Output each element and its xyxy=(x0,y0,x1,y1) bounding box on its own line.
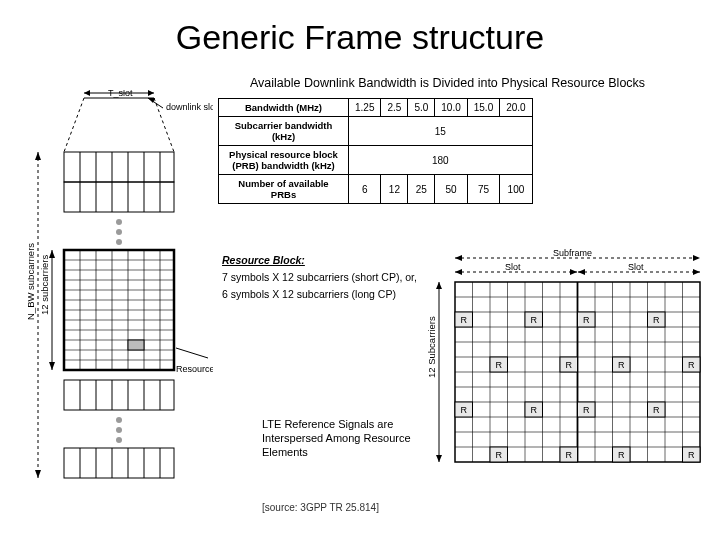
svg-marker-82 xyxy=(578,269,585,275)
svg-marker-144 xyxy=(436,455,442,462)
svg-point-55 xyxy=(116,417,122,423)
subframe-figure: Subframe Slot Slot RRRRRRRRRRRRRRRR 12 S… xyxy=(425,248,710,476)
rb-line2: 6 symbols X 12 subcarriers (long CP) xyxy=(222,286,417,303)
cell: 15.0 xyxy=(467,99,499,117)
svg-text:12 Subcarriers: 12 Subcarriers xyxy=(426,316,437,378)
cell: 5.0 xyxy=(408,99,435,117)
svg-point-24 xyxy=(116,219,122,225)
svg-marker-74 xyxy=(455,255,462,261)
svg-text:12 subcarriers: 12 subcarriers xyxy=(39,255,50,315)
cell: 10.0 xyxy=(435,99,467,117)
svg-text:Slot: Slot xyxy=(505,262,521,272)
resource-block-figure: T_slot downlink slot xyxy=(28,90,213,510)
cell: 20.0 xyxy=(500,99,532,117)
svg-text:R: R xyxy=(496,360,503,370)
table-row: Subcarrier bandwidth (kHz) 15 xyxy=(219,117,533,146)
row-label: Subcarrier bandwidth (kHz) xyxy=(219,117,349,146)
svg-text:R: R xyxy=(583,315,590,325)
svg-text:R: R xyxy=(653,315,660,325)
page-title: Generic Frame structure xyxy=(0,0,720,65)
svg-marker-75 xyxy=(693,255,700,261)
svg-text:R: R xyxy=(583,405,590,415)
svg-text:downlink slot: downlink slot xyxy=(166,102,213,112)
svg-text:R: R xyxy=(618,360,625,370)
row-label: Bandwidth (MHz) xyxy=(219,99,349,117)
svg-text:Resource Element: Resource Element xyxy=(176,364,213,374)
svg-marker-143 xyxy=(436,282,442,289)
row-label: Number of available PRBs xyxy=(219,175,349,204)
cell: 12 xyxy=(381,175,408,204)
svg-point-26 xyxy=(116,239,122,245)
lte-caption: LTE Reference Signals are Interspersed A… xyxy=(262,418,412,459)
table-row: Bandwidth (MHz) 1.25 2.5 5.0 10.0 15.0 2… xyxy=(219,99,533,117)
svg-text:R: R xyxy=(688,360,695,370)
svg-line-1 xyxy=(64,98,84,152)
svg-text:R: R xyxy=(653,405,660,415)
svg-marker-83 xyxy=(693,269,700,275)
svg-text:R: R xyxy=(531,405,538,415)
rb-line1: 7 symbols X 12 subcarriers (short CP), o… xyxy=(222,269,417,286)
svg-point-25 xyxy=(116,229,122,235)
cell: 1.25 xyxy=(349,99,381,117)
svg-point-56 xyxy=(116,427,122,433)
cell: 15 xyxy=(349,117,533,146)
svg-marker-4 xyxy=(84,90,90,96)
cell: 100 xyxy=(500,175,532,204)
cell: 6 xyxy=(349,175,381,204)
svg-text:R: R xyxy=(461,315,468,325)
cell: 75 xyxy=(467,175,499,204)
table-row: Number of available PRBs 6 12 25 50 75 1… xyxy=(219,175,533,204)
svg-text:R: R xyxy=(566,360,573,370)
svg-marker-79 xyxy=(570,269,577,275)
svg-text:R: R xyxy=(461,405,468,415)
table-row: Physical resource block (PRB) bandwidth … xyxy=(219,146,533,175)
svg-text:R: R xyxy=(496,450,503,460)
svg-text:R: R xyxy=(618,450,625,460)
cell: 50 xyxy=(435,175,467,204)
svg-text:R: R xyxy=(688,450,695,460)
svg-marker-5 xyxy=(148,90,154,96)
svg-point-57 xyxy=(116,437,122,443)
svg-marker-67 xyxy=(35,470,41,478)
row-label: Physical resource block (PRB) bandwidth … xyxy=(219,146,349,175)
svg-text:R: R xyxy=(566,450,573,460)
cell: 25 xyxy=(408,175,435,204)
svg-line-46 xyxy=(176,348,208,358)
svg-text:N_BW subcarriers: N_BW subcarriers xyxy=(28,243,36,320)
svg-text:R: R xyxy=(531,315,538,325)
rb-heading: Resource Block: xyxy=(222,252,417,269)
svg-text:Subframe: Subframe xyxy=(553,248,592,258)
diagram-content: Bandwidth (MHz) 1.25 2.5 5.0 10.0 15.0 2… xyxy=(0,60,720,540)
source-citation: [source: 3GPP TR 25.814] xyxy=(262,502,379,513)
svg-marker-78 xyxy=(455,269,462,275)
cell: 180 xyxy=(349,146,533,175)
svg-marker-66 xyxy=(35,152,41,160)
svg-marker-71 xyxy=(49,362,55,370)
resource-block-description: Resource Block: 7 symbols X 12 subcarrie… xyxy=(222,252,417,302)
svg-text:Slot: Slot xyxy=(628,262,644,272)
bandwidth-table: Bandwidth (MHz) 1.25 2.5 5.0 10.0 15.0 2… xyxy=(218,98,533,204)
svg-text:T_slot: T_slot xyxy=(108,90,133,98)
cell: 2.5 xyxy=(381,99,408,117)
svg-rect-45 xyxy=(128,340,144,350)
